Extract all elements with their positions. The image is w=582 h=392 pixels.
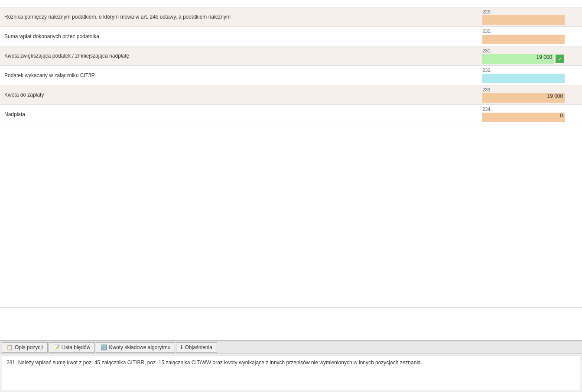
row-field: 232. (480, 66, 582, 85)
form-row: Różnica pomiędzy należnym podatkiem, o k… (0, 7, 582, 27)
section-title (0, 0, 582, 7)
field-number: 232. (482, 68, 579, 73)
field-number: 229. (482, 9, 579, 14)
field-number: 233. (482, 87, 579, 92)
row-label: Kwota do zapłaty (0, 85, 480, 105)
row-label: Kwota zwiększająca podatek / zmniejszają… (0, 46, 480, 66)
form-row: Kwota zwiększająca podatek / zmniejszają… (0, 46, 582, 66)
input-green[interactable]: 19 000 (482, 54, 554, 64)
input-orange[interactable] (482, 35, 565, 44)
green-input-container: 19 000✓ (482, 54, 579, 64)
row-field: 231.19 000✓ (480, 46, 582, 66)
form-row: Nadpłata234.0 (0, 105, 582, 124)
form-row: Suma wpłat dokonanych przez podatnika230… (0, 27, 582, 46)
field-number: 234. (482, 107, 579, 112)
calc-icon[interactable]: ✓ (556, 55, 564, 63)
field-number: 231. (482, 48, 579, 53)
row-label: Podatek wykazany w załączniku CIT/IP (0, 66, 480, 85)
row-field: 234.0 (480, 105, 582, 124)
form-row: Kwota do zapłaty233.19 000 (0, 85, 582, 105)
field-number: 230. (482, 29, 579, 34)
input-orange-value[interactable]: 0 (482, 113, 565, 122)
row-field: 233.19 000 (480, 85, 582, 105)
form-table: Różnica pomiędzy należnym podatkiem, o k… (0, 7, 582, 124)
form-row: Podatek wykazany w załączniku CIT/IP232. (0, 66, 582, 85)
row-label: Nadpłata (0, 105, 480, 124)
row-label: Różnica pomiędzy należnym podatkiem, o k… (0, 7, 480, 27)
input-orange-value[interactable]: 19 000 (482, 93, 565, 103)
row-field: 230. (480, 27, 582, 46)
input-orange[interactable] (482, 15, 565, 25)
row-field: 229. (480, 7, 582, 27)
main-content: Różnica pomiędzy należnym podatkiem, o k… (0, 0, 582, 308)
row-label: Suma wpłat dokonanych przez podatnika (0, 27, 480, 46)
input-blue[interactable] (482, 74, 565, 83)
